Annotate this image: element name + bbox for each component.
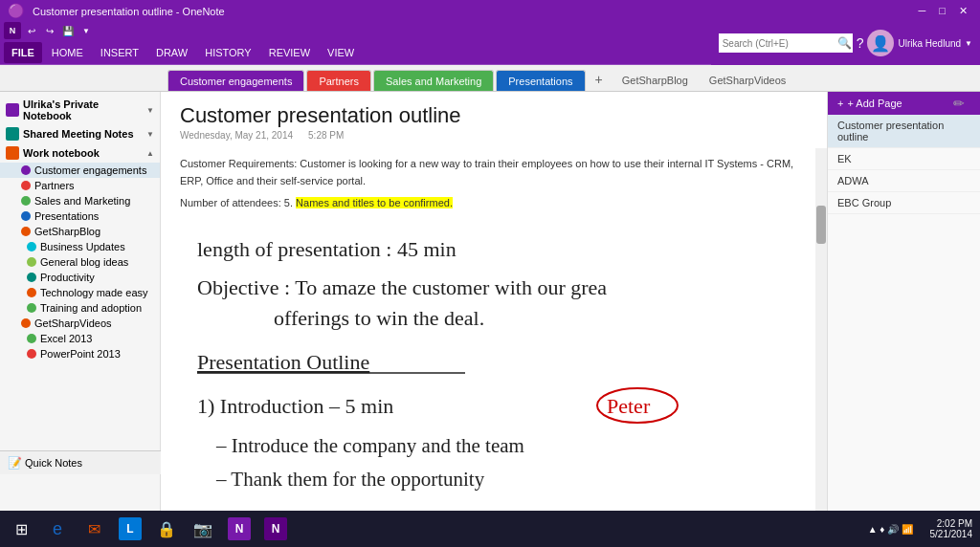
onenote2-taskbar-button[interactable]: N — [258, 513, 293, 545]
notebook-icon-shared — [6, 127, 19, 141]
scroll-thumb[interactable] — [816, 206, 826, 244]
svg-text:1)   Introduction – 5 min: 1) Introduction – 5 min — [197, 394, 393, 418]
page-date: Wednesday, May 21, 2014 — [180, 130, 293, 141]
notebook-shared[interactable]: Shared Meeting Notes ▼ — [0, 124, 160, 143]
section-presentations[interactable]: Presentations — [0, 208, 160, 224]
camera-button[interactable]: 📷 — [186, 513, 220, 545]
add-page-icon: + — [837, 98, 843, 109]
menu-history[interactable]: HISTORY — [197, 42, 259, 63]
typed-content: Customer Requirements: Customer is looki… — [180, 156, 808, 189]
section-label-customer: Customer engagements — [34, 164, 146, 176]
search-box[interactable]: 🔍 — [719, 33, 853, 53]
page-body[interactable]: Customer Requirements: Customer is looki… — [161, 148, 827, 511]
menu-review[interactable]: REVIEW — [261, 42, 318, 63]
section-dot-ppt — [27, 349, 36, 359]
onenote-taskbar-button[interactable]: N — [222, 513, 256, 545]
redo-btn[interactable]: ↪ — [42, 23, 57, 38]
tab-sales-marketing[interactable]: Sales and Marketing — [373, 70, 494, 91]
section-sales-marketing[interactable]: Sales and Marketing — [0, 193, 160, 208]
security-button[interactable]: 🔒 — [149, 513, 184, 545]
mail-button[interactable]: ✉ — [77, 513, 111, 545]
section-general-blog[interactable]: General blog ideas — [0, 254, 160, 270]
section-productivity[interactable]: Productivity — [0, 270, 160, 285]
section-customer-engagements[interactable]: Customer engagements — [0, 163, 160, 178]
quick-notes-icon: 📝 — [8, 456, 22, 470]
section-label-sales: Sales and Marketing — [34, 195, 130, 207]
section-training[interactable]: Training and adoption — [0, 300, 160, 316]
section-label-productivity: Productivity — [40, 272, 95, 283]
menu-view[interactable]: VIEW — [320, 42, 362, 63]
tab-partners[interactable]: Partners — [306, 70, 371, 91]
menu-draw[interactable]: DRAW — [148, 42, 195, 63]
onenote2-taskbar-icon: N — [264, 517, 287, 540]
user-chevron[interactable]: ▼ — [965, 39, 972, 48]
notebook-private[interactable]: Ulrika's Private Notebook ▼ — [0, 96, 160, 124]
taskbar-date-display: 5/21/2014 — [930, 529, 973, 539]
help-icon[interactable]: ? — [857, 35, 864, 51]
tab-customer-engagements[interactable]: Customer engagements — [167, 70, 304, 91]
notebook-icon-private — [6, 103, 19, 117]
notebook-label-private: Ulrika's Private Notebook — [23, 98, 143, 121]
section-partners[interactable]: Partners — [0, 178, 160, 193]
search-icon[interactable]: 🔍 — [837, 36, 852, 50]
tab-presentations[interactable]: Presentations — [496, 70, 585, 91]
close-btn[interactable]: ✕ — [954, 5, 972, 17]
section-business-updates[interactable]: Business Updates — [0, 239, 160, 254]
page-header: Customer presentation outline Wednesday,… — [161, 92, 827, 148]
svg-text:– Thank them for the opportuni: – Thank them for the opportunity — [215, 468, 485, 491]
save-btn[interactable]: 💾 — [60, 23, 76, 38]
handwriting-svg: length of presentation : 45 min Objectiv… — [180, 218, 808, 511]
handwriting-area: length of presentation : 45 min Objectiv… — [180, 218, 808, 511]
title-bar-controls[interactable]: ─ □ ✕ — [914, 5, 972, 17]
attendees-text: Number of attendees: 5. — [180, 197, 293, 208]
search-input[interactable] — [723, 38, 837, 49]
section-powerpoint[interactable]: PowerPoint 2013 — [0, 346, 160, 361]
dropdown-btn[interactable]: ▼ — [78, 23, 94, 38]
section-label-general: General blog ideas — [40, 256, 128, 268]
onenote-taskbar-icon: N — [228, 517, 251, 540]
ie-button[interactable]: e — [40, 513, 75, 545]
menu-file[interactable]: FILE — [4, 42, 42, 63]
page-time: 5:28 PM — [308, 130, 344, 141]
page-item-ek[interactable]: EK — [828, 148, 980, 170]
taskbar: ⊞ e ✉ L 🔒 📷 N N ▲ ♦ 🔊 📶 2:02 PM 5/21/201… — [0, 511, 980, 547]
lync-button[interactable]: L — [113, 513, 147, 545]
menu-insert[interactable]: INSERT — [93, 42, 146, 63]
notebook-label-shared: Shared Meeting Notes — [23, 128, 143, 140]
tab-getsharbblog[interactable]: GetSharpBlog — [612, 70, 698, 91]
undo-btn[interactable]: ↩ — [24, 23, 39, 38]
taskbar-clock[interactable]: 2:02 PM 5/21/2014 — [930, 518, 973, 539]
section-dot-business — [27, 242, 36, 252]
section-label-blog: GetSharpBlog — [34, 226, 100, 237]
minimize-btn[interactable]: ─ — [914, 5, 931, 17]
notebook-icon-work — [6, 146, 19, 160]
page-item-ebc[interactable]: EBC Group — [828, 192, 980, 214]
tab-getsharpvideos[interactable]: GetSharpVideos — [700, 70, 796, 91]
section-technology[interactable]: Technology made easy — [0, 285, 160, 300]
start-button[interactable]: ⊞ — [4, 513, 38, 545]
svg-text:Presentation Outline: Presentation Outline — [197, 350, 369, 374]
menu-home[interactable]: HOME — [44, 42, 91, 63]
avatar: 👤 — [867, 30, 894, 56]
systray-icons: ▲ ♦ 🔊 📶 — [868, 524, 913, 535]
maximize-btn[interactable]: □ — [934, 5, 950, 17]
tabs-row: Customer engagements Partners Sales and … — [0, 65, 980, 92]
section-dot-partners — [21, 181, 31, 190]
page-item-adwa[interactable]: ADWA — [828, 170, 980, 192]
user-name: Ulrika Hedlund — [898, 38, 961, 49]
svg-text:Objective : To amaze the custo: Objective : To amaze the customer with o… — [197, 275, 607, 299]
scroll-bar[interactable] — [815, 148, 827, 511]
section-dot-training — [27, 303, 36, 313]
main-layout: Ulrika's Private Notebook ▼ Shared Meeti… — [0, 92, 980, 511]
camera-icon: 📷 — [193, 520, 212, 538]
notebook-work[interactable]: Work notebook ▲ — [0, 143, 160, 163]
quick-notes-bar[interactable]: 📝 Quick Notes — [0, 450, 161, 474]
section-getsharpvideos[interactable]: GetSharpVideos — [0, 316, 160, 331]
quick-notes-label: Quick Notes — [25, 457, 82, 469]
section-dot-general — [27, 257, 36, 267]
section-getsharbblog[interactable]: GetSharpBlog — [0, 224, 160, 239]
tab-add-button[interactable]: + — [588, 68, 611, 91]
section-excel[interactable]: Excel 2013 — [0, 331, 160, 346]
page-item-outline[interactable]: Customer presentation outline — [828, 115, 980, 148]
content-area: ✏ Customer presentation outline Wednesda… — [161, 92, 827, 511]
